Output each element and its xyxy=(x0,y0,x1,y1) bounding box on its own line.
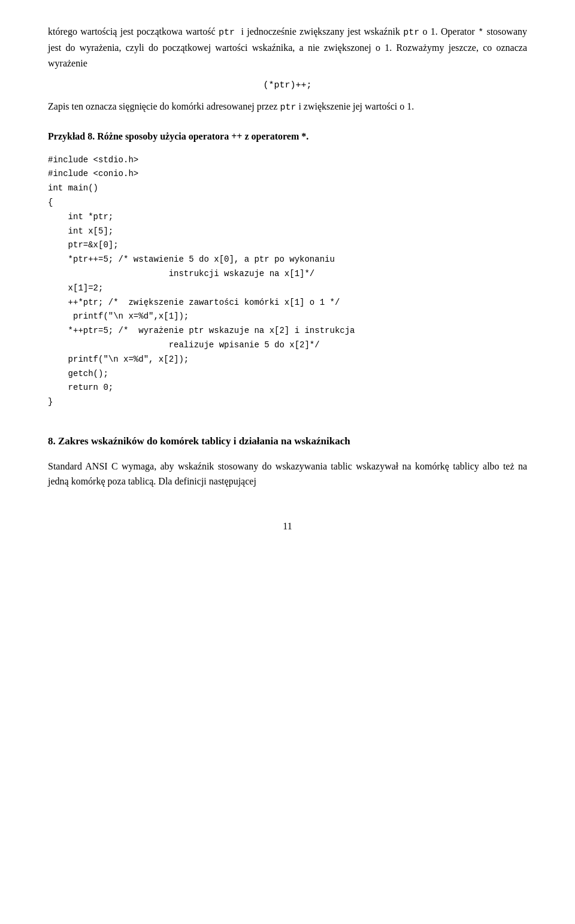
page-content: którego wartością jest początkowa wartoś… xyxy=(48,24,527,534)
code-line-ptr-inc1-cont: instrukcji wskazuje na x[1]*/ xyxy=(48,269,314,278)
code-star: * xyxy=(478,28,483,38)
code-expression-center: (*ptr)++; xyxy=(48,79,527,93)
code-line-getch: getch(); xyxy=(48,369,108,378)
code-line-ptr-inc2: *++ptr=5; /* wyrażenie ptr wskazuje na x… xyxy=(48,326,355,335)
code-main-func: int main() xyxy=(48,183,98,193)
code-ptr3: ptr xyxy=(280,102,296,113)
code-line-return: return 0; xyxy=(48,383,113,392)
code-include1: #include <stdio.h> xyxy=(48,155,138,165)
code-line-ptr-inc2-cont: realizuje wpisanie 5 do x[2]*/ xyxy=(48,340,320,350)
section-paragraph: Standard ANSI C wymaga, aby wskaźnik sto… xyxy=(48,459,527,489)
example-desc: Różne sposoby użycia operatora ++ z oper… xyxy=(97,131,308,141)
code-ptr2: ptr xyxy=(403,28,419,38)
code-line-int-ptr: int *ptr; xyxy=(48,212,113,222)
code-ptr: ptr xyxy=(219,28,235,38)
code-open-brace: { xyxy=(48,198,53,207)
code-line-x1-assign: x[1]=2; xyxy=(48,283,103,293)
page-number: 11 xyxy=(48,519,527,534)
code-line-printf1: printf("\n x=%d",x[1]); xyxy=(48,311,189,321)
section-heading: 8. Zakres wskaźników do komórek tablicy … xyxy=(48,434,527,449)
intro-paragraph: którego wartością jest początkowa wartoś… xyxy=(48,24,527,71)
example-label: Przykład 8. xyxy=(48,131,95,141)
code-line-ptr-inc1: *ptr++=5; /* wstawienie 5 do x[0], a ptr… xyxy=(48,255,335,264)
code-include2: #include <conio.h> xyxy=(48,169,138,178)
code-line-int-x: int x[5]; xyxy=(48,226,113,236)
code-close-brace: } xyxy=(48,397,53,407)
code-line-ptr-assign: ptr=&x[0]; xyxy=(48,240,119,250)
code-block-main: #include <stdio.h> #include <conio.h> in… xyxy=(48,153,527,410)
example-heading: Przykład 8. Różne sposoby użycia operato… xyxy=(48,129,527,144)
code-line-incptr: ++*ptr; /* zwiększenie zawartości komórk… xyxy=(48,298,340,307)
code-line-printf2: printf("\n x=%d", x[2]); xyxy=(48,355,189,364)
para-after-code: Zapis ten oznacza sięgnięcie do komórki … xyxy=(48,99,527,115)
